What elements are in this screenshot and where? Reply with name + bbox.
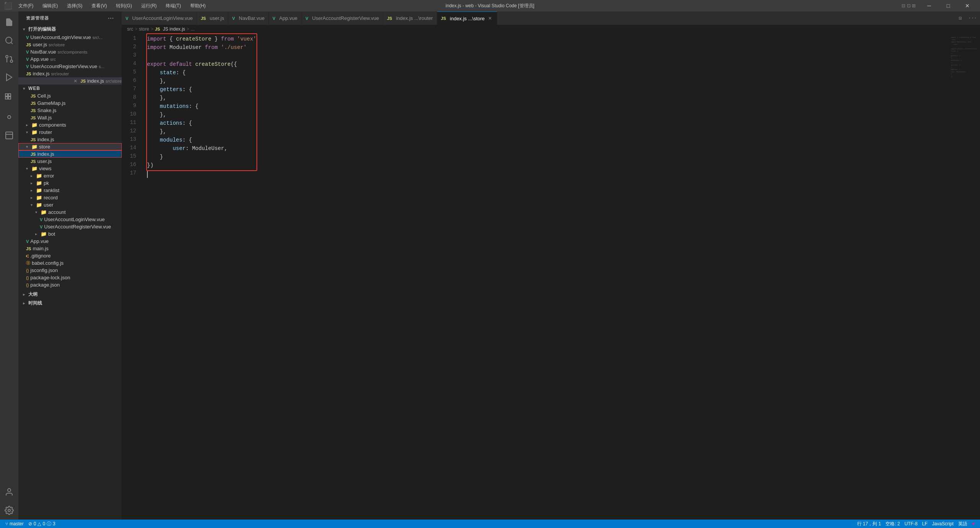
code-line-6: }, [147,77,256,85]
tree-store-folder[interactable]: 📁 store [18,143,122,150]
cursor-position[interactable]: 行 17，列 1 [855,520,884,528]
error-count[interactable]: ⊘ 0 △ 0 ⓘ 3 [26,520,58,528]
open-file-3[interactable]: ✕ V App.vue src [18,55,122,63]
tree-views-folder[interactable]: 📁 views [18,165,122,172]
tree-store-index-js[interactable]: JS index.js [18,150,122,158]
tree-components-folder[interactable]: 📁 components [18,121,122,129]
tree-snake-js[interactable]: JS Snake.js [18,107,122,114]
tree-filename: jsconfig.json [30,267,58,273]
tab-index-js-router[interactable]: JS index.js ...\router [383,11,437,25]
sidebar-more-button[interactable]: ··· [108,15,114,22]
tree-account-folder[interactable]: 📁 account [18,209,122,216]
tree-foldername: views [39,166,52,171]
heart-button[interactable]: ♥ [970,520,977,528]
close-button[interactable]: ✕ [959,0,976,11]
activity-account[interactable] [0,483,18,501]
open-editors-section[interactable]: 打开的编辑器 [18,25,122,34]
breadcrumb-more[interactable]: ... [191,26,195,32]
menu-select[interactable]: 选择(S) [64,1,85,11]
breadcrumb-src[interactable]: src [127,26,133,32]
git-branch-icon: ⑂ [5,521,8,526]
tree-babel-config[interactable]: Ⓑ babel.config.js [18,259,122,267]
tree-jsconfig[interactable]: {} jsconfig.json [18,267,122,274]
tab-index-js-store[interactable]: JS index.js ...\store ✕ [437,11,498,25]
code-editor[interactable]: import { createStore } from 'vuex' impor… [141,33,949,520]
timeline-section[interactable]: 时间线 [18,299,122,308]
tree-user-folder[interactable]: 📁 user [18,201,122,209]
breadcrumb-file[interactable]: JS JS index.js [155,26,185,32]
menu-edit[interactable]: 编辑(E) [39,1,61,11]
outline-section[interactable]: 大纲 [18,290,122,299]
tree-store-user-js[interactable]: JS user.js [18,158,122,165]
tree-main-js[interactable]: JS main.js [18,245,122,252]
tree-bot-folder[interactable]: 📁 bot [18,230,122,238]
js-icon: JS [31,152,36,156]
open-file-5[interactable]: ✕ JS index.js src\router [18,70,122,77]
tree-filename: package-lock.json [30,275,70,280]
activity-files[interactable] [0,13,18,31]
close-file-6[interactable]: ✕ [74,78,80,84]
activity-remote[interactable] [0,126,18,145]
tab-useraccountloginview[interactable]: V UserAccountLoginView.vue [122,11,197,25]
bot-chevron [35,232,41,236]
tree-foldername: ranklist [44,187,59,193]
web-chevron [23,86,28,91]
tree-router-folder[interactable]: 📁 router [18,129,122,136]
language-mode[interactable]: JavaScript [930,520,956,528]
js-icon: JS [31,116,36,120]
tab-close-button[interactable]: ✕ [487,15,493,21]
tree-foldername: error [44,173,54,179]
tree-register-vue[interactable]: V UserAccountRegisterView.vue [18,223,122,230]
line-ending[interactable]: LF [920,520,930,528]
tree-package-json[interactable]: {} package.json [18,281,122,288]
menu-terminal[interactable]: 终端(T) [163,1,184,11]
tree-gitignore[interactable]: ⑆ .gitignore [18,252,122,259]
tree-login-vue[interactable]: V UserAccountLoginView.vue [18,216,122,223]
activity-search[interactable] [0,31,18,50]
open-file-6[interactable]: ✕ JS index.js src\store [18,77,122,85]
activity-source-control[interactable] [0,50,18,68]
open-file-4[interactable]: ✕ V UserAccountRegisterView.vue s... [18,63,122,70]
open-file-2[interactable]: ✕ V NavBar.vue src\components [18,48,122,55]
menu-help[interactable]: 帮助(H) [187,1,209,11]
breadcrumb-store[interactable]: store [139,26,149,32]
tree-wall-js[interactable]: JS Wall.js [18,114,122,121]
menu-goto[interactable]: 转到(G) [113,1,135,11]
git-branch[interactable]: ⑂ master [3,520,26,528]
tree-router-index-js[interactable]: JS index.js [18,136,122,143]
activity-git[interactable] [0,108,18,126]
account-chevron [35,210,41,214]
activity-debug[interactable] [0,68,18,86]
tree-package-lock[interactable]: {} package-lock.json [18,274,122,281]
tree-filename: App.vue [30,238,49,244]
more-tabs-button[interactable]: ··· [965,15,980,21]
tree-pk-folder[interactable]: 📁 pk [18,179,122,187]
open-file-1[interactable]: ✕ JS user.js src\store [18,41,122,48]
tab-useraccountregisterview[interactable]: V UserAccountRegisterView.vue [302,11,383,25]
tab-navbar-vue[interactable]: V NavBar.vue [228,11,269,25]
tree-cell-js[interactable]: JS Cell.js [18,92,122,99]
js-icon: JS [31,94,36,98]
tree-record-folder[interactable]: 📁 record [18,194,122,201]
encoding-label: UTF-8 [905,521,918,526]
menu-run[interactable]: 运行(R) [138,1,160,11]
tree-gamemap-js[interactable]: JS GameMap.js [18,99,122,107]
menu-view[interactable]: 查看(V) [88,1,110,11]
encoding[interactable]: UTF-8 [902,520,920,528]
activity-extensions[interactable] [0,86,18,105]
editor-content[interactable]: 123456 789101112 1314151617 import { cre… [122,33,980,520]
split-editor-button[interactable]: ⊡ [956,15,965,21]
menu-file[interactable]: 文件(F) [15,1,36,11]
tab-user-js[interactable]: JS user.js [197,11,228,25]
tree-error-folder[interactable]: 📁 error [18,172,122,179]
indentation[interactable]: 空格: 2 [883,520,902,528]
web-project-section[interactable]: WEB [18,85,122,92]
maximize-button[interactable]: □ [939,0,957,11]
open-file-0[interactable]: ✕ V UserAccountLoginView.vue src\... [18,34,122,41]
spell-check-lang[interactable]: 英語 [956,520,970,528]
minimize-button[interactable]: ─ [920,0,938,11]
tab-app-vue[interactable]: V App.vue [269,11,302,25]
tree-app-vue[interactable]: V App.vue [18,238,122,245]
activity-settings[interactable] [0,501,18,520]
tree-ranklist-folder[interactable]: 📁 ranklist [18,187,122,194]
